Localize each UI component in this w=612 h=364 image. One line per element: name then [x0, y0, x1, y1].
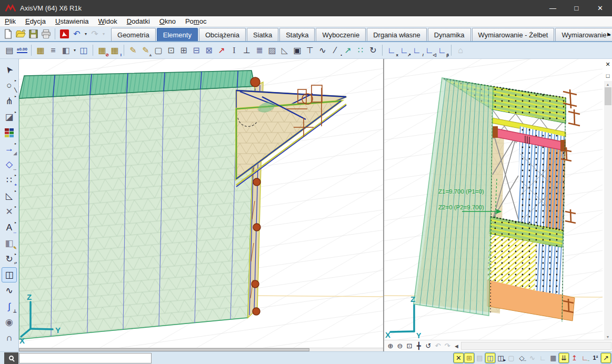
- panel-vertical-scrollbar[interactable]: ▲ ▼: [604, 81, 612, 340]
- search-input[interactable]: [19, 353, 152, 363]
- maximize-button[interactable]: □: [565, 0, 588, 16]
- workplanes-tool[interactable]: ◪▸: [2, 110, 16, 124]
- tab-statyka[interactable]: Statyka: [279, 28, 315, 41]
- menu-edycja[interactable]: Edycja: [21, 17, 51, 25]
- status-parts[interactable]: ◫: [485, 353, 495, 363]
- menu-okno[interactable]: Okno: [155, 17, 180, 25]
- draw-node-button[interactable]: ✎: [127, 44, 139, 57]
- array-tool[interactable]: ∷+▸: [2, 173, 16, 187]
- section-integral-tool[interactable]: ∫⊥: [2, 299, 16, 314]
- line-support-button[interactable]: ≣: [253, 44, 266, 57]
- nodal-dof-button[interactable]: ∷: [354, 44, 367, 57]
- menu-dodatki[interactable]: Dodatki: [122, 17, 155, 25]
- local-beta-angle-button[interactable]: ∟β: [436, 44, 448, 57]
- mirror-tool[interactable]: ◇↔: [2, 157, 16, 171]
- status-local-systems[interactable]: ∟→: [580, 353, 590, 363]
- report-maker-button[interactable]: ≡: [47, 44, 59, 57]
- new-model-button[interactable]: [2, 27, 14, 41]
- edit-planes-tool[interactable]: ◧✎: [2, 236, 16, 250]
- building-wizard-button[interactable]: ⌂: [454, 44, 467, 57]
- tab-obciążenia[interactable]: Obciążenia: [199, 28, 246, 41]
- zoom-tool[interactable]: ○╲▸: [2, 78, 16, 93]
- layer-manager-button[interactable]: ▤: [3, 44, 16, 57]
- edge-dof-button[interactable]: ↻: [367, 44, 379, 57]
- zoom-fit-button[interactable]: ⊡: [405, 341, 414, 351]
- menu-widok[interactable]: Widok: [94, 17, 122, 25]
- parts-tool[interactable]: ◫: [2, 268, 16, 282]
- secondary-viewport[interactable]: Z1=9.700 (P1=0) Z2=0 (P2=9.700) Z X Y ✕ …: [383, 59, 612, 351]
- local-plane-button[interactable]: ∟◁: [423, 44, 436, 57]
- cross-section-table-button[interactable]: ▦I: [108, 44, 121, 57]
- dimension-tool[interactable]: A↔▸: [2, 220, 16, 235]
- domain-button[interactable]: ▢: [152, 44, 165, 57]
- link-element-button[interactable]: ↗: [342, 44, 354, 57]
- drawing-library-button-dropdown[interactable]: ▾: [72, 48, 77, 53]
- status-numbering[interactable]: 1²: [590, 353, 600, 363]
- open-model-button[interactable]: [14, 27, 27, 41]
- domain-extrude-button[interactable]: ⊠: [203, 44, 215, 57]
- line-element-button[interactable]: I: [228, 44, 240, 57]
- local-x-direction-button[interactable]: ∟x: [385, 44, 398, 57]
- surface-support-button[interactable]: ▨: [266, 44, 278, 57]
- redo-view-button[interactable]: ↷: [443, 341, 452, 351]
- nodal-support-button[interactable]: ⊥: [240, 44, 253, 57]
- rigid-element-button[interactable]: ▣: [291, 44, 304, 57]
- redo-button-dropdown[interactable]: ▾: [101, 32, 106, 36]
- status-section-line[interactable]: ∿: [527, 353, 537, 363]
- scroll-down-icon[interactable]: ▼: [606, 333, 610, 340]
- search-button[interactable]: [4, 352, 18, 364]
- domain-union-button[interactable]: ⊟: [190, 44, 203, 57]
- status-snap-crosshair[interactable]: ✕: [454, 353, 464, 363]
- local-reference-button[interactable]: ∟↗: [398, 44, 410, 57]
- main-hscroll-thumb[interactable]: [19, 348, 309, 351]
- color-coding-tool[interactable]: [2, 126, 16, 140]
- main-3d-scene[interactable]: Z Y X: [19, 59, 383, 351]
- section-line-tool[interactable]: ∿: [2, 284, 16, 298]
- select-tool[interactable]: ➤: [2, 63, 16, 77]
- pan-button[interactable]: ╋: [414, 341, 424, 351]
- draw-line-button[interactable]: ✎▲: [139, 44, 152, 57]
- menu-plik[interactable]: Plik: [0, 17, 21, 25]
- status-table[interactable]: ▦: [548, 353, 558, 363]
- undo-button[interactable]: ↶: [71, 27, 83, 41]
- status-mesh-display[interactable]: ↗: [601, 353, 611, 363]
- geometry-tools[interactable]: ◺▸: [2, 189, 16, 203]
- secondary-3d-scene[interactable]: Z1=9.700 (P1=0) Z2=0 (P2=9.700) Z X Y: [384, 59, 603, 340]
- panel-restore-button[interactable]: □: [604, 70, 612, 81]
- status-layers[interactable]: ▤: [475, 353, 485, 363]
- material-table-button[interactable]: ▦⊘: [96, 44, 108, 57]
- elevation-marker-button[interactable]: ±0.00: [16, 44, 28, 57]
- menu-pomoc[interactable]: Pomoc: [180, 17, 211, 25]
- tab-drgania-własne[interactable]: Drgania własne: [367, 28, 427, 41]
- status-loads-display[interactable]: ⇊: [559, 353, 569, 363]
- direction-button[interactable]: ↗: [215, 44, 228, 57]
- menu-ustawienia[interactable]: Ustawienia: [51, 17, 94, 25]
- tab-wymiarowanie-stal[interactable]: Wymiarowanie - Stal: [555, 28, 612, 41]
- gap-element-button[interactable]: ⁄•: [329, 44, 342, 57]
- panel-close-button[interactable]: ✕: [604, 59, 612, 70]
- bridge-tool[interactable]: ∩: [2, 331, 16, 345]
- intersect-tool[interactable]: ✕▸: [2, 205, 16, 219]
- status-clipping[interactable]: ▢: [506, 353, 516, 363]
- renumber-tool[interactable]: ↻¹²▸: [2, 252, 16, 266]
- domain-with-hole-button[interactable]: ⊡: [165, 44, 177, 57]
- local-z-direction-button[interactable]: ∟/: [410, 44, 423, 57]
- status-sections[interactable]: ◫▸: [496, 353, 506, 363]
- panel-horizontal-scrollbar[interactable]: [461, 342, 611, 350]
- zoom-in-button[interactable]: ⊕: [386, 341, 395, 351]
- find-tool[interactable]: ◉: [2, 315, 16, 329]
- table-browser-button[interactable]: ▦: [34, 44, 47, 57]
- tabs-overflow-button[interactable]: ▶: [607, 32, 611, 37]
- rotate-view-button[interactable]: ↺: [424, 341, 433, 351]
- drawing-library-button[interactable]: ◧: [59, 44, 72, 57]
- status-grid-snap[interactable]: ⊞: [464, 353, 474, 363]
- undo-button-dropdown[interactable]: ▾: [83, 32, 88, 36]
- status-symmetry[interactable]: ◇↔: [517, 353, 527, 363]
- spring-element-button[interactable]: ∿: [316, 44, 329, 57]
- move-tool[interactable]: →◢▸: [2, 141, 16, 156]
- main-horizontal-scrollbar[interactable]: [19, 348, 383, 351]
- panel-collapse-button[interactable]: ◄: [454, 343, 459, 349]
- print-button[interactable]: [39, 27, 52, 41]
- undo-view-button[interactable]: ↶: [433, 341, 443, 351]
- main-viewport[interactable]: Z Y X: [19, 59, 383, 351]
